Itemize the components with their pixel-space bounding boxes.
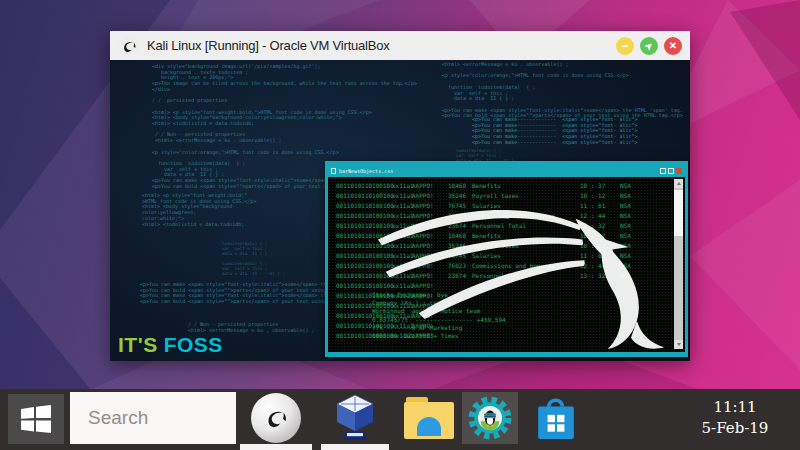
desktop: Kali Linux [Running] - Oracle VM Virtual… (0, 0, 800, 450)
terminal-window: barNewsObjects.css 0011010110100100xx11a… (325, 161, 688, 357)
code-block: <html> <p style="font-weight:bold;">HTML… (142, 193, 256, 227)
active-indicator-virtualbox (321, 444, 389, 450)
terminal-body: 0011010110100100xx11a1AAPPO!10460Benefit… (328, 177, 685, 352)
restore-button[interactable]: ➤ (640, 37, 658, 55)
search-input[interactable] (70, 392, 236, 444)
terminal-title: barNewsObjects.css (339, 168, 658, 174)
terminal-maximize-button[interactable] (668, 168, 674, 174)
window-title: Kali Linux [Running] - Oracle VM Virtual… (147, 38, 610, 53)
kali-logo-icon (118, 35, 140, 57)
virtualbox-icon (333, 393, 377, 443)
start-button[interactable] (8, 394, 64, 444)
taskbar-item-store[interactable] (530, 392, 582, 444)
window-titlebar[interactable]: Kali Linux [Running] - Oracle VM Virtual… (110, 31, 690, 60)
taskbar-item-foss-app[interactable] (462, 392, 518, 444)
its-foss-logo: IT'SFOSS (118, 333, 223, 357)
clock-date: 5-Feb-19 (680, 418, 790, 439)
terminal-scrollbar[interactable] (674, 179, 683, 349)
code-block: <html> <errorMessage = ko . observable()… (442, 62, 683, 119)
kali-dragon-icon (376, 181, 668, 351)
scroll-down-icon[interactable] (674, 340, 683, 349)
kali-taskbar-icon (251, 393, 301, 443)
close-button[interactable]: ✕ (664, 37, 682, 55)
scroll-up-icon[interactable] (674, 179, 683, 188)
clock-time: 11:11 (680, 397, 790, 418)
code-block: todoitem(data) { ;var self = this ;data … (222, 241, 285, 276)
terminal-minimize-button[interactable] (660, 168, 666, 174)
bg-facet (700, 0, 800, 120)
terminal-titlebar[interactable]: barNewsObjects.css (328, 164, 685, 177)
document-icon (331, 168, 336, 174)
file-explorer-icon (404, 397, 454, 439)
scrollbar-thumb[interactable] (674, 190, 683, 236)
taskbar-item-kali[interactable] (250, 392, 302, 444)
bg-facet (690, 180, 800, 370)
gear-penguin-icon (462, 392, 518, 444)
taskbar-item-virtualbox[interactable] (330, 392, 380, 444)
minimize-button[interactable]: − (616, 37, 634, 55)
windows-logo-icon (19, 404, 53, 434)
taskbar-item-file-explorer[interactable] (403, 392, 455, 444)
code-block: / / Non - persisted properties<html> <er… (188, 322, 314, 333)
vm-screen: <div style="background-image:url('/pix/s… (110, 60, 690, 361)
active-indicator-kali (240, 444, 312, 450)
taskbar-clock[interactable]: 11:11 5-Feb-19 (680, 397, 790, 439)
code-block: <p>You can make------------- <span style… (472, 117, 638, 146)
store-icon (535, 393, 577, 443)
taskbar: 11:11 5-Feb-19 (0, 389, 800, 450)
virtualbox-window: Kali Linux [Running] - Oracle VM Virtual… (110, 31, 690, 361)
terminal-close-button[interactable] (676, 168, 682, 174)
